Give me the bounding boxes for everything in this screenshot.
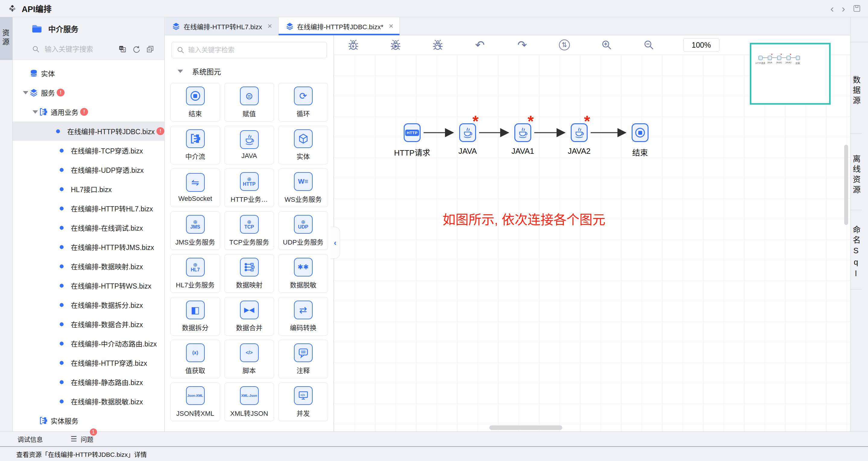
tree-item[interactable]: 在线编排-HTTP转JMS.bizx (13, 237, 164, 256)
tree-item[interactable]: 通用业务! (13, 102, 164, 122)
palette-item-label: 循环 (297, 108, 310, 118)
close-icon[interactable]: × (389, 22, 394, 31)
palette-item[interactable]: ⊕UDPUDP业务服务 (278, 211, 328, 250)
tree-item[interactable]: 在线编排-TCP穿透.bizx (13, 141, 164, 160)
tab-problems[interactable]: ☰ 问题 1 (70, 434, 93, 443)
palette-item[interactable]: 实体 (278, 126, 328, 164)
json-to-xml-icon: Json-XML (186, 386, 205, 405)
tree-item[interactable]: 在线编排-HTTP转WS.bizx (13, 276, 164, 295)
undo-icon[interactable]: ↶ (472, 37, 488, 53)
save-icon[interactable] (853, 4, 861, 12)
websocket-icon: ⇋ (186, 173, 205, 192)
end-icon (186, 87, 205, 105)
tile-glyph: </> (246, 350, 253, 355)
palette-item[interactable]: 中介流 (170, 126, 220, 164)
forward-icon[interactable]: › (842, 3, 845, 13)
tree-item[interactable]: 在线编排-在线调试.bizx (13, 218, 164, 237)
flow-node-http[interactable]: HTTP (404, 123, 421, 142)
tree-item[interactable]: HL7接口.bizx (13, 179, 164, 199)
flow-node-end[interactable] (632, 123, 649, 142)
debug-restart-icon[interactable] (345, 37, 361, 53)
palette-item[interactable]: </>并发 (278, 382, 328, 421)
minimap-connection (772, 58, 777, 58)
zoom-out-icon[interactable] (641, 37, 657, 53)
close-icon[interactable]: × (268, 22, 272, 31)
debug-run-icon[interactable] (388, 37, 403, 53)
editor-tab[interactable]: 在线编排-HTTP转HL7.bizx× (165, 17, 279, 35)
tree-item[interactable]: 在线编排-中介动态路由.bizx (13, 334, 164, 353)
horizontal-scrollbar[interactable] (489, 425, 562, 430)
palette-item[interactable]: ⊕TCPTCP业务服务 (224, 211, 274, 250)
palette-item[interactable]: XML-JsonXML转JSON (224, 382, 274, 421)
tree-item[interactable]: 在线编排-数据脱敏.bizx (13, 392, 164, 411)
bullet-icon (60, 187, 64, 191)
tree-item[interactable]: 服务! (13, 83, 164, 102)
right-strip-tab[interactable]: 命名Sql (850, 210, 862, 289)
tree-item[interactable]: 在线编排-静态路由.bizx (13, 372, 164, 392)
tree-item[interactable]: 实体服务 (13, 411, 164, 430)
right-strip-tab[interactable]: 数据源 (850, 42, 862, 133)
tile-glyph: JMS (190, 225, 200, 229)
palette-item[interactable]: ▶◀数据合并 (224, 297, 274, 336)
palette-item[interactable]: ⇄编码转换 (278, 297, 328, 336)
chevron-down-icon[interactable] (31, 110, 39, 114)
palette-item[interactable]: ⊜赋值 (224, 83, 274, 122)
palette-item[interactable]: ✱✱数据脱敏 (278, 254, 328, 293)
palette-item[interactable]: 注释 (278, 340, 328, 378)
concurrency-icon: </> (294, 386, 313, 405)
tree-item-label: 在线编排-HTTP转HL7.bizx (71, 203, 153, 213)
http-icon: HTTP (405, 130, 419, 136)
tree-item-label: 在线编排-数据合并.bizx (71, 319, 143, 329)
palette-item[interactable]: Json-XMLJSON转XML (170, 382, 220, 421)
palette-item-label: 值获取 (185, 365, 205, 375)
assign-icon: ⊜ (240, 87, 259, 105)
palette-item[interactable]: ⊕HTTPHTTP业务… (224, 168, 274, 207)
left-strip-tab[interactable]: 资源 (0, 17, 12, 60)
refresh-icon[interactable] (132, 45, 140, 53)
explorer-search-input[interactable] (44, 45, 116, 53)
palette-item[interactable]: 数据映射 (224, 254, 274, 293)
tree-item[interactable]: 实体 (13, 64, 164, 83)
palette-item[interactable]: ⟳循环 (278, 83, 328, 122)
zoom-in-icon[interactable] (599, 37, 615, 53)
translate-icon[interactable]: 文En (119, 45, 126, 53)
tree-item[interactable]: 在线编排-HTTP转HL7.bizx (13, 199, 164, 218)
palette-item[interactable]: </>脚本 (224, 340, 274, 378)
redo-icon[interactable]: ↷ (514, 37, 530, 53)
palette-search-input[interactable] (188, 46, 322, 54)
tree-item[interactable]: 在线编排-HTTP转JDBC.bizx! (13, 122, 164, 141)
palette-item[interactable]: ⊕HL7HL7业务服务 (170, 254, 220, 293)
zoom-level[interactable]: 100% (683, 38, 719, 52)
back-icon[interactable]: ‹ (830, 3, 834, 13)
flow-canvas[interactable]: HTTPHTTP请求JAVA*JAVA1*JAVA2*结束 如图所示, 依次连接… (334, 55, 850, 431)
palette-item[interactable]: ⇋WebSocket (170, 168, 220, 207)
tree-item[interactable]: 在线编排-数据拆分.bizx (13, 295, 164, 314)
tree-item[interactable]: 在线编排-UDP穿透.bizx (13, 160, 164, 179)
auto-layout-icon[interactable]: ⇅ (557, 37, 572, 53)
chevron-down-icon[interactable] (22, 91, 30, 94)
right-strip-tab[interactable]: 离线资源 (850, 133, 862, 210)
collapse-all-icon[interactable] (146, 45, 154, 53)
loop-icon: ⟳ (294, 87, 313, 105)
vertical-scrollbar[interactable] (844, 145, 848, 225)
palette-item[interactable]: JAVA (224, 126, 274, 164)
explorer-header: 中介服务 文En (13, 17, 164, 60)
file-icon (172, 22, 180, 30)
value-get-icon: (x) (186, 343, 205, 362)
minimap[interactable]: HTTP请求JAVA*JAVA1*JAVA2*结束 (750, 43, 831, 104)
tab-debug-info[interactable]: 调试信息 (18, 434, 43, 443)
tree-item[interactable]: 在线编排-HTTP穿透.bizx (13, 353, 164, 372)
palette-item[interactable]: W≡WS业务服务 (278, 168, 328, 207)
palette-section-header[interactable]: 系统图元 (165, 61, 334, 82)
tree-item[interactable]: 在线编排-数据映射.bizx (13, 256, 164, 276)
palette-collapse-handle[interactable]: ‹ (331, 227, 340, 259)
palette-item[interactable]: (x)值获取 (170, 340, 220, 378)
palette-item[interactable]: ⊕JMSJMS业务服务 (170, 211, 220, 250)
palette-item[interactable]: 结束 (170, 83, 220, 122)
bullet-icon (60, 168, 64, 172)
palette-item-label: TCP业务服务 (229, 237, 269, 246)
debug-step-icon[interactable] (430, 37, 445, 53)
palette-item[interactable]: ◧数据拆分 (170, 297, 220, 336)
tree-item[interactable]: 在线编排-数据合并.bizx (13, 314, 164, 334)
editor-tab[interactable]: 在线编排-HTTP转JDBC.bizx*× (279, 17, 400, 35)
